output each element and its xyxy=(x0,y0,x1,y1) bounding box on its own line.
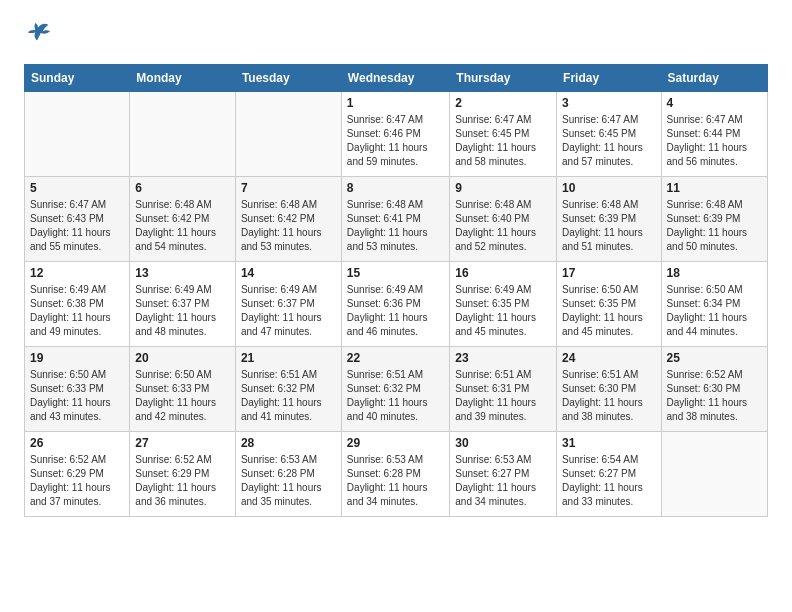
page-header xyxy=(24,20,768,48)
day-number: 1 xyxy=(347,96,444,110)
day-number: 9 xyxy=(455,181,551,195)
day-info: Sunrise: 6:47 AM Sunset: 6:44 PM Dayligh… xyxy=(667,113,762,169)
calendar-cell: 2Sunrise: 6:47 AM Sunset: 6:45 PM Daylig… xyxy=(450,92,557,177)
day-number: 21 xyxy=(241,351,336,365)
calendar-cell: 21Sunrise: 6:51 AM Sunset: 6:32 PM Dayli… xyxy=(235,347,341,432)
day-number: 8 xyxy=(347,181,444,195)
logo-bird-icon xyxy=(24,20,52,48)
calendar-week-row: 12Sunrise: 6:49 AM Sunset: 6:38 PM Dayli… xyxy=(25,262,768,347)
day-info: Sunrise: 6:54 AM Sunset: 6:27 PM Dayligh… xyxy=(562,453,655,509)
calendar-cell: 16Sunrise: 6:49 AM Sunset: 6:35 PM Dayli… xyxy=(450,262,557,347)
calendar-cell: 17Sunrise: 6:50 AM Sunset: 6:35 PM Dayli… xyxy=(557,262,661,347)
logo xyxy=(24,20,56,48)
day-number: 3 xyxy=(562,96,655,110)
day-number: 10 xyxy=(562,181,655,195)
day-number: 6 xyxy=(135,181,230,195)
calendar-cell: 20Sunrise: 6:50 AM Sunset: 6:33 PM Dayli… xyxy=(130,347,236,432)
weekday-header-tuesday: Tuesday xyxy=(235,65,341,92)
day-number: 4 xyxy=(667,96,762,110)
calendar-cell: 12Sunrise: 6:49 AM Sunset: 6:38 PM Dayli… xyxy=(25,262,130,347)
calendar-cell: 15Sunrise: 6:49 AM Sunset: 6:36 PM Dayli… xyxy=(341,262,449,347)
day-info: Sunrise: 6:49 AM Sunset: 6:35 PM Dayligh… xyxy=(455,283,551,339)
weekday-header-monday: Monday xyxy=(130,65,236,92)
weekday-header-row: SundayMondayTuesdayWednesdayThursdayFrid… xyxy=(25,65,768,92)
day-number: 19 xyxy=(30,351,124,365)
day-info: Sunrise: 6:47 AM Sunset: 6:45 PM Dayligh… xyxy=(562,113,655,169)
calendar-cell: 11Sunrise: 6:48 AM Sunset: 6:39 PM Dayli… xyxy=(661,177,767,262)
calendar-cell: 7Sunrise: 6:48 AM Sunset: 6:42 PM Daylig… xyxy=(235,177,341,262)
day-info: Sunrise: 6:48 AM Sunset: 6:42 PM Dayligh… xyxy=(135,198,230,254)
day-info: Sunrise: 6:48 AM Sunset: 6:41 PM Dayligh… xyxy=(347,198,444,254)
day-info: Sunrise: 6:48 AM Sunset: 6:39 PM Dayligh… xyxy=(562,198,655,254)
day-number: 17 xyxy=(562,266,655,280)
weekday-header-friday: Friday xyxy=(557,65,661,92)
day-info: Sunrise: 6:53 AM Sunset: 6:28 PM Dayligh… xyxy=(347,453,444,509)
calendar-cell: 9Sunrise: 6:48 AM Sunset: 6:40 PM Daylig… xyxy=(450,177,557,262)
day-number: 24 xyxy=(562,351,655,365)
day-info: Sunrise: 6:47 AM Sunset: 6:46 PM Dayligh… xyxy=(347,113,444,169)
day-number: 15 xyxy=(347,266,444,280)
day-info: Sunrise: 6:49 AM Sunset: 6:37 PM Dayligh… xyxy=(135,283,230,339)
day-info: Sunrise: 6:48 AM Sunset: 6:40 PM Dayligh… xyxy=(455,198,551,254)
day-info: Sunrise: 6:50 AM Sunset: 6:33 PM Dayligh… xyxy=(135,368,230,424)
day-info: Sunrise: 6:47 AM Sunset: 6:43 PM Dayligh… xyxy=(30,198,124,254)
day-number: 11 xyxy=(667,181,762,195)
day-info: Sunrise: 6:50 AM Sunset: 6:35 PM Dayligh… xyxy=(562,283,655,339)
day-info: Sunrise: 6:53 AM Sunset: 6:28 PM Dayligh… xyxy=(241,453,336,509)
calendar-cell: 13Sunrise: 6:49 AM Sunset: 6:37 PM Dayli… xyxy=(130,262,236,347)
day-number: 23 xyxy=(455,351,551,365)
calendar-cell xyxy=(235,92,341,177)
calendar-week-row: 19Sunrise: 6:50 AM Sunset: 6:33 PM Dayli… xyxy=(25,347,768,432)
calendar-cell: 31Sunrise: 6:54 AM Sunset: 6:27 PM Dayli… xyxy=(557,432,661,517)
day-info: Sunrise: 6:51 AM Sunset: 6:32 PM Dayligh… xyxy=(347,368,444,424)
day-info: Sunrise: 6:53 AM Sunset: 6:27 PM Dayligh… xyxy=(455,453,551,509)
calendar-week-row: 1Sunrise: 6:47 AM Sunset: 6:46 PM Daylig… xyxy=(25,92,768,177)
calendar-cell: 24Sunrise: 6:51 AM Sunset: 6:30 PM Dayli… xyxy=(557,347,661,432)
calendar-cell: 10Sunrise: 6:48 AM Sunset: 6:39 PM Dayli… xyxy=(557,177,661,262)
calendar-cell: 14Sunrise: 6:49 AM Sunset: 6:37 PM Dayli… xyxy=(235,262,341,347)
calendar-cell: 19Sunrise: 6:50 AM Sunset: 6:33 PM Dayli… xyxy=(25,347,130,432)
calendar-cell: 8Sunrise: 6:48 AM Sunset: 6:41 PM Daylig… xyxy=(341,177,449,262)
day-info: Sunrise: 6:50 AM Sunset: 6:34 PM Dayligh… xyxy=(667,283,762,339)
calendar-cell: 29Sunrise: 6:53 AM Sunset: 6:28 PM Dayli… xyxy=(341,432,449,517)
day-number: 13 xyxy=(135,266,230,280)
calendar-cell: 27Sunrise: 6:52 AM Sunset: 6:29 PM Dayli… xyxy=(130,432,236,517)
calendar-cell: 5Sunrise: 6:47 AM Sunset: 6:43 PM Daylig… xyxy=(25,177,130,262)
calendar-week-row: 5Sunrise: 6:47 AM Sunset: 6:43 PM Daylig… xyxy=(25,177,768,262)
day-number: 14 xyxy=(241,266,336,280)
weekday-header-sunday: Sunday xyxy=(25,65,130,92)
calendar-cell xyxy=(661,432,767,517)
day-info: Sunrise: 6:49 AM Sunset: 6:36 PM Dayligh… xyxy=(347,283,444,339)
calendar-table: SundayMondayTuesdayWednesdayThursdayFrid… xyxy=(24,64,768,517)
calendar-cell: 4Sunrise: 6:47 AM Sunset: 6:44 PM Daylig… xyxy=(661,92,767,177)
calendar-cell: 25Sunrise: 6:52 AM Sunset: 6:30 PM Dayli… xyxy=(661,347,767,432)
calendar-cell: 3Sunrise: 6:47 AM Sunset: 6:45 PM Daylig… xyxy=(557,92,661,177)
day-number: 25 xyxy=(667,351,762,365)
calendar-cell xyxy=(130,92,236,177)
day-info: Sunrise: 6:51 AM Sunset: 6:31 PM Dayligh… xyxy=(455,368,551,424)
weekday-header-saturday: Saturday xyxy=(661,65,767,92)
day-number: 26 xyxy=(30,436,124,450)
calendar-week-row: 26Sunrise: 6:52 AM Sunset: 6:29 PM Dayli… xyxy=(25,432,768,517)
day-number: 2 xyxy=(455,96,551,110)
calendar-cell: 23Sunrise: 6:51 AM Sunset: 6:31 PM Dayli… xyxy=(450,347,557,432)
day-info: Sunrise: 6:47 AM Sunset: 6:45 PM Dayligh… xyxy=(455,113,551,169)
day-number: 7 xyxy=(241,181,336,195)
day-number: 28 xyxy=(241,436,336,450)
day-number: 18 xyxy=(667,266,762,280)
day-info: Sunrise: 6:52 AM Sunset: 6:29 PM Dayligh… xyxy=(135,453,230,509)
day-info: Sunrise: 6:52 AM Sunset: 6:30 PM Dayligh… xyxy=(667,368,762,424)
day-number: 20 xyxy=(135,351,230,365)
calendar-cell: 30Sunrise: 6:53 AM Sunset: 6:27 PM Dayli… xyxy=(450,432,557,517)
day-number: 16 xyxy=(455,266,551,280)
day-info: Sunrise: 6:50 AM Sunset: 6:33 PM Dayligh… xyxy=(30,368,124,424)
day-number: 31 xyxy=(562,436,655,450)
day-number: 27 xyxy=(135,436,230,450)
calendar-cell: 22Sunrise: 6:51 AM Sunset: 6:32 PM Dayli… xyxy=(341,347,449,432)
day-info: Sunrise: 6:51 AM Sunset: 6:30 PM Dayligh… xyxy=(562,368,655,424)
calendar-cell: 28Sunrise: 6:53 AM Sunset: 6:28 PM Dayli… xyxy=(235,432,341,517)
day-info: Sunrise: 6:49 AM Sunset: 6:37 PM Dayligh… xyxy=(241,283,336,339)
calendar-cell: 6Sunrise: 6:48 AM Sunset: 6:42 PM Daylig… xyxy=(130,177,236,262)
day-number: 22 xyxy=(347,351,444,365)
calendar-cell: 18Sunrise: 6:50 AM Sunset: 6:34 PM Dayli… xyxy=(661,262,767,347)
